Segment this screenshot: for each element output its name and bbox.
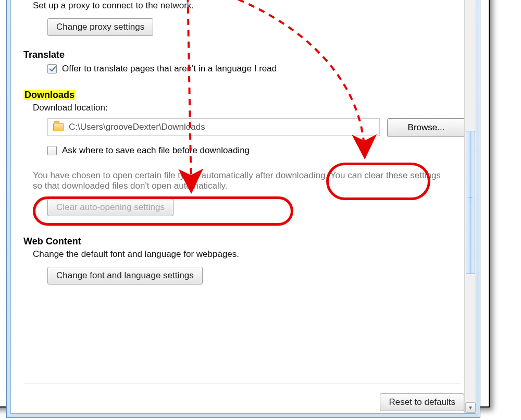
ask-save-checkbox[interactable] [47, 146, 57, 155]
screenshot-frame: Set up a proxy to connect to the network… [0, 0, 490, 407]
downloads-heading-text: Downloads [23, 90, 76, 100]
network-desc: Set up a proxy to connect to the network… [33, 1, 465, 11]
change-font-language-button[interactable]: Change font and language settings [47, 267, 203, 285]
settings-content: Set up a proxy to connect to the network… [11, 0, 465, 287]
window-chrome: Set up a proxy to connect to the network… [6, 0, 480, 418]
download-location-label: Download location: [33, 103, 465, 113]
browse-button[interactable]: Browse... [387, 118, 465, 137]
vertical-scrollbar[interactable]: ▲ ▼ [464, 0, 476, 413]
scroll-down-button[interactable]: ▼ [465, 402, 476, 413]
scroll-thumb[interactable] [466, 131, 475, 274]
downloads-heading: Downloads [23, 90, 465, 101]
web-content-desc: Change the default font and language for… [33, 249, 465, 260]
translate-offer-row[interactable]: Offer to translate pages that aren't in … [47, 64, 465, 74]
dialog-footer: Reset to defaults [380, 393, 464, 411]
translate-heading: Translate [23, 50, 465, 60]
ask-save-label: Ask where to save each file before downl… [62, 145, 250, 156]
footer-separator [23, 384, 460, 384]
settings-panel: Set up a proxy to connect to the network… [10, 0, 476, 414]
ask-save-row[interactable]: Ask where to save each file before downl… [47, 145, 465, 156]
clear-auto-opening-button[interactable]: Clear auto-opening settings [47, 199, 173, 216]
download-path-text: C:\Users\grooveDexter\Downloads [69, 122, 205, 132]
translate-offer-checkbox[interactable] [47, 64, 57, 73]
folder-icon [53, 123, 64, 131]
download-location-row: C:\Users\grooveDexter\Downloads Browse..… [47, 118, 465, 137]
web-content-heading: Web Content [23, 236, 465, 247]
download-path-field[interactable]: C:\Users\grooveDexter\Downloads [47, 118, 380, 136]
translate-offer-label: Offer to translate pages that aren't in … [62, 64, 277, 74]
auto-open-desc: You have chosen to open certain file typ… [33, 170, 450, 191]
change-proxy-button[interactable]: Change proxy settings [47, 18, 153, 36]
reset-defaults-button[interactable]: Reset to defaults [380, 393, 464, 411]
